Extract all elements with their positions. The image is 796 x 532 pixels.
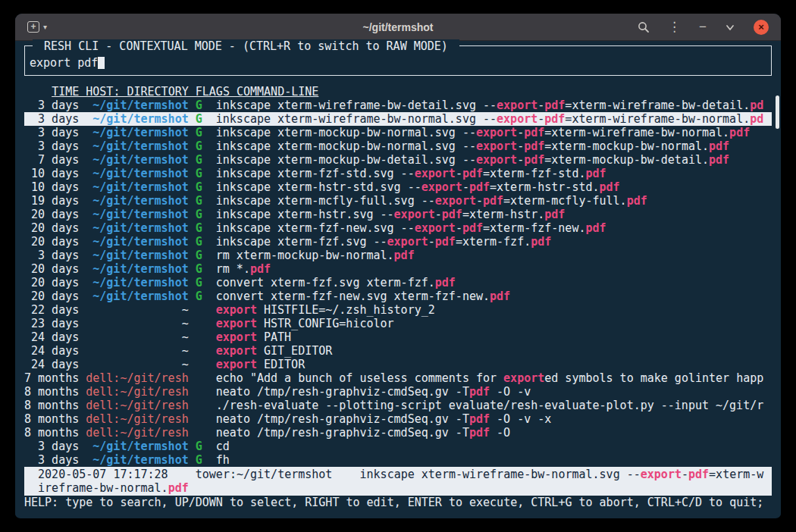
history-row[interactable]: 20 days~/git/termshotGinkscape xterm-fzf… [24,221,772,235]
new-terminal-split-button[interactable]: + ▾ [27,21,47,33]
history-row[interactable]: 10 days~/git/termshotGinkscape xterm-hst… [24,180,772,194]
entry-time: 7 months [24,371,79,385]
restore-button[interactable] [725,22,735,33]
history-row[interactable]: 3 days~/git/termshotGinkscape xterm-mock… [24,139,772,153]
history-row[interactable]: 19 days~/git/termshotGinkscape xterm-mcf… [24,194,772,208]
resh-mode-title: RESH CLI - CONTEXTUAL MODE - (CTRL+R to … [33,39,459,53]
history-row[interactable]: 3 days~/git/termshotGinkscape xterm-wire… [24,99,772,112]
entry-host-directory: ~/git/termshot [86,235,188,249]
match-highlight: export [476,153,517,167]
match-highlight: export [394,208,435,221]
match-highlight: pdf [600,180,620,194]
history-row[interactable]: 8 monthsdell:~/git/reshneato /tmp/resh-g… [24,385,772,399]
history-list: 3 days~/git/termshotGinkscape xterm-wire… [24,99,772,467]
entry-host-directory: ~ [86,344,188,358]
entry-command: export PATH [216,330,772,344]
match-highlight: pdf [544,99,565,112]
entry-time: 20 days [24,276,79,289]
close-button[interactable]: × [754,20,769,35]
history-row[interactable]: 3 days~/git/termshotGfh [24,453,772,467]
entry-command: inkscape xterm-wireframe-bw-normal.svg -… [216,112,772,126]
entry-time: 20 days [24,208,79,221]
entry-host-directory: ~/git/termshot [86,153,188,167]
entry-time: 10 days [24,180,79,194]
history-row[interactable]: 24 days~export GIT_EDITOR [24,344,772,358]
match-highlight: pdf [524,139,544,153]
history-row[interactable]: 23 days~export HSTR_CONFIG=hicolor [24,317,772,330]
match-highlight: export [476,139,517,153]
history-row[interactable]: 20 days~/git/termshotGconvert xterm-fzf.… [24,276,772,289]
entry-command: rm *.pdf [216,262,772,276]
search-query-line[interactable]: export pdf [30,56,105,70]
entry-command: inkscape xterm-wireframe-bw-detail.svg -… [216,99,772,112]
match-highlight: pdf [435,276,456,289]
history-row[interactable]: 8 monthsdell:~/git/reshneato /tmp/resh-g… [24,426,772,440]
entry-flag: G [196,221,202,235]
entry-command: rm xterm-mockup-bw-normal.pdf [216,249,772,262]
history-row[interactable]: 24 days~export EDITOR [24,358,772,371]
list-header: TIME HOST: DIRECTORY FLAGS COMMAND-LINE [24,85,772,99]
entry-flag: G [196,289,202,303]
match-highlight: export [415,221,456,235]
history-row-selected[interactable]: 3 days~/git/termshotGinkscape xterm-wire… [24,112,772,126]
entry-host-directory: ~ [86,330,188,344]
entry-time: 8 months [24,399,79,412]
match-highlight: pdf [627,194,647,208]
entry-command: neato /tmp/resh-graphviz-cmdSeq.gv -Tpdf… [216,385,772,399]
entry-flag: G [196,249,202,262]
entry-command: export EDITOR [216,358,772,371]
history-row[interactable]: 3 days~/git/termshotGinkscape xterm-mock… [24,126,772,139]
entry-host-directory: ~ [86,317,188,330]
menu-button[interactable]: ⋮ [668,20,681,33]
history-row[interactable]: 20 days~/git/termshotGinkscape xterm-hst… [24,208,772,221]
search-button[interactable] [638,21,650,33]
terminal-screen[interactable]: RESH CLI - CONTEXTUAL MODE - (CTRL+R to … [15,41,781,518]
match-highlight: export [387,235,428,249]
match-highlight: pdf [462,167,483,180]
entry-time: 3 days [24,139,79,153]
entry-flag [196,412,202,426]
history-row[interactable]: 22 days~export HISTFILE=~/.zsh_history_2 [24,303,772,317]
history-row[interactable]: 3 days~/git/termshotGcd [24,440,772,453]
scrollbar-thumb[interactable] [776,95,779,129]
entry-time: 20 days [24,221,79,235]
history-row[interactable]: 7 monthsdell:~/git/reshecho "Add a bunch… [24,371,772,385]
history-row[interactable]: 20 days~/git/termshotGrm *.pdf [24,262,772,276]
entry-host-directory: dell:~/git/resh [86,412,188,426]
entry-command: inkscape xterm-fzf-new.svg --export-pdf=… [216,221,772,235]
entry-time: 8 months [24,412,79,426]
match-highlight: export [641,468,682,481]
history-row[interactable]: 20 days~/git/termshotGinkscape xterm-fzf… [24,235,772,249]
match-highlight: pdf [524,126,544,139]
history-row[interactable]: 20 days~/git/termshotGconvert xterm-fzf-… [24,289,772,303]
entry-time: 3 days [24,112,79,126]
history-row[interactable]: 3 days~/git/termshotGrm xterm-mockup-bw-… [24,249,772,262]
entry-host-directory: ~/git/termshot [86,167,188,180]
entry-time: 8 months [24,426,79,440]
history-row[interactable]: 10 days~/git/termshotGinkscape xterm-fzf… [24,167,772,180]
entry-host-directory: dell:~/git/resh [86,385,188,399]
entry-time: 24 days [24,358,79,371]
titlebar[interactable]: + ▾ ~/git/termshot ⋮ − × [15,14,781,41]
entry-host-directory: ~/git/termshot [86,249,188,262]
entry-flag: G [196,180,202,194]
match-highlight: pdf [435,235,456,249]
match-highlight: export [216,317,257,330]
entry-command: fh [216,453,772,467]
entry-flag: G [196,208,202,221]
entry-time: 20 days [24,289,79,303]
entry-flag: G [196,440,202,453]
entry-host-directory: ~/git/termshot [86,440,188,453]
history-row[interactable]: 24 days~export PATH [24,330,772,344]
match-highlight: pdf [462,221,483,235]
history-row[interactable]: 7 days~/git/termshotGinkscape xterm-mock… [24,153,772,167]
match-highlight: export [216,358,257,371]
history-row[interactable]: 8 monthsdell:~/git/resh./resh-evaluate -… [24,399,772,412]
history-row[interactable]: 8 monthsdell:~/git/reshneato /tmp/resh-g… [24,412,772,426]
entry-time: 3 days [24,126,79,139]
entry-time: 8 months [24,385,79,399]
minimize-button[interactable]: − [699,20,707,33]
search-query[interactable]: export pdf [30,56,98,70]
match-highlight: pdf [168,481,189,495]
match-highlight: pdf [709,139,729,153]
